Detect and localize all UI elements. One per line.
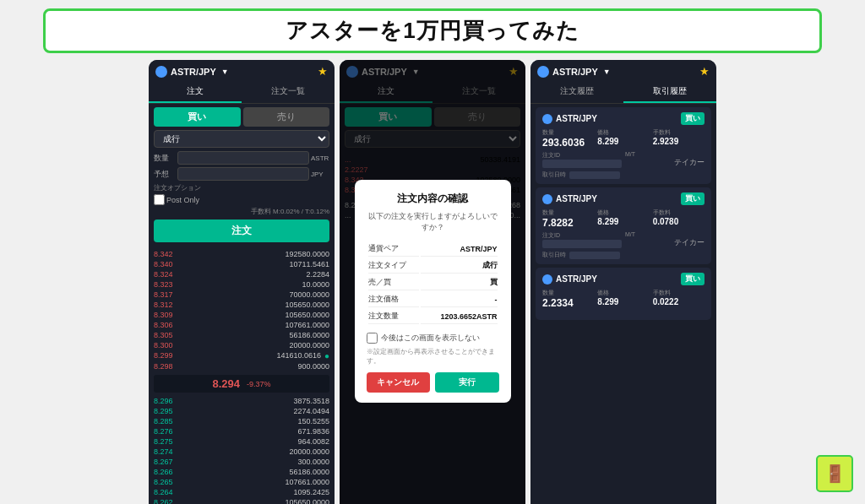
star-icon[interactable]: ★: [699, 65, 710, 78]
modal-overlay: 注文内容の確認 以下の注文を実行しますがよろしいですか？ 通貨ペア ASTR/J…: [340, 60, 525, 504]
table-row: 注文数量 1203.6652ASTR: [368, 309, 498, 324]
panel1-header: ASTR/JPY ▼ ★: [149, 60, 335, 81]
row-value: 成行: [421, 258, 497, 274]
tab-order-list[interactable]: 注文一覧: [242, 81, 335, 103]
order-submit-button[interactable]: 注文: [154, 219, 329, 242]
hcard1-ids: 注文ID M/T テイカー: [542, 151, 705, 168]
bid-price-list: 8.2963875.3518 8.2952274.0494 8.285150.5…: [149, 394, 335, 504]
trade-card-1: ASTR/JPY 買い 数量 293.6036 価格 8.299 手数料 2.9…: [536, 107, 711, 184]
hcard2-qty-field: 数量 7.8282: [542, 209, 594, 229]
list-item: 8.26656186.0000: [154, 467, 329, 477]
confirm-modal: 注文内容の確認 以下の注文を実行しますがよろしいですか？ 通貨ペア ASTR/J…: [355, 180, 511, 403]
list-item: 8.276671.9836: [154, 426, 329, 436]
panel-order-confirm: ASTR/JPY ▼ ★ 注文 注文一覧 買い 売り 成行 .: [340, 60, 525, 504]
row-label: 注文価格: [368, 292, 420, 307]
hcard2-ids: 注文ID M/T テイカー: [542, 231, 705, 248]
list-item: 8.2963875.3518: [154, 396, 329, 406]
logo-badge: 🚪: [816, 455, 853, 492]
hcard1-qty-field: 数量 293.6036: [542, 128, 594, 149]
buy-button[interactable]: 買い: [154, 107, 241, 127]
row-label: 注文数量: [368, 309, 420, 324]
list-item: 8.309105650.0000: [154, 310, 329, 320]
reserve-input-row: 予想 JPY: [154, 167, 329, 181]
order-option-label: 注文オプション: [154, 183, 329, 192]
row-label: 売／買: [368, 275, 420, 290]
list-item: 8.30020000.0000: [154, 340, 329, 350]
panel3-title: ASTR/JPY: [552, 67, 598, 77]
list-item: 8.342192580.0000: [154, 249, 329, 259]
hcard1-data: 数量 293.6036 価格 8.299 手数料 2.9239: [542, 128, 705, 149]
logo-icon: 🚪: [824, 463, 846, 484]
modal-cancel-button[interactable]: キャンセル: [367, 372, 431, 393]
modal-table: 通貨ペア ASTR/JPY 注文タイプ 成行 売／買 買: [367, 240, 499, 326]
modal-btn-row: キャンセル 実行: [367, 372, 499, 393]
tab-order-history[interactable]: 注文履歴: [530, 81, 623, 103]
hcard1-header: ASTR/JPY 買い: [542, 112, 705, 125]
sell-button[interactable]: 売り: [243, 107, 330, 127]
list-item: 8.31770000.0000: [154, 290, 329, 300]
reserve-input[interactable]: [177, 167, 309, 181]
hcard2-pair: ASTR/JPY: [556, 194, 677, 203]
row-value: -: [421, 292, 497, 307]
table-row: 通貨ペア ASTR/JPY: [368, 241, 498, 257]
hcard2-order-id: 注文ID: [542, 231, 622, 248]
post-only-row: Post Only: [154, 194, 329, 205]
globe-icon: [537, 66, 549, 78]
hcard2-mt: M/T テイカー: [625, 231, 705, 248]
globe-icon: [155, 66, 167, 78]
hcard2-header: ASTR/JPY 買い: [542, 192, 705, 205]
qty-unit-label: ASTR: [311, 154, 329, 162]
list-item: 8.2641095.2425: [154, 487, 329, 497]
modal-title: 注文内容の確認: [367, 192, 499, 206]
hcard3-qty-field: 数量 2.2334: [542, 289, 594, 309]
hcard3-fee-field: 手数料 0.0222: [653, 289, 705, 309]
dont-show-checkbox-row: 今後はこの画面を表示しない: [367, 333, 499, 344]
list-item: 8.34010711.5461: [154, 259, 329, 269]
hcard1-order-id: 注文ID: [542, 151, 622, 168]
row-label: 通貨ペア: [368, 241, 420, 257]
globe-icon: [542, 194, 552, 204]
hcard2-side-badge: 買い: [681, 192, 705, 205]
list-item: 8.32310.0000: [154, 279, 329, 290]
list-item: 8.30556186.0000: [154, 330, 329, 340]
post-only-checkbox[interactable]: [154, 194, 165, 205]
globe-icon: [542, 114, 552, 124]
list-item: 8.2952274.0494: [154, 406, 329, 416]
list-item: 8.265107661.0000: [154, 477, 329, 487]
panels-row: ASTR/JPY ▼ ★ 注文 注文一覧 買い 売り 成行 数量: [0, 60, 865, 504]
price-change: -9.37%: [247, 380, 271, 388]
hcard3-data: 数量 2.2334 価格 8.299 手数料 0.0222: [542, 289, 705, 309]
hcard2-price-field: 価格 8.299: [597, 209, 649, 229]
order-type-select[interactable]: 成行: [154, 130, 329, 148]
chevron-down-icon[interactable]: ▼: [603, 68, 611, 76]
panel-trade-history: ASTR/JPY ▼ ★ 注文履歴 取引履歴 ASTR/JPY 買い 数量: [530, 60, 716, 504]
hcard3-header: ASTR/JPY 買い: [542, 273, 705, 285]
list-item: 8.306107661.0000: [154, 320, 329, 330]
modal-note: ※設定画面から再表示させることができます。: [367, 347, 499, 366]
quantity-input[interactable]: [177, 151, 309, 165]
hcard3-price-field: 価格 8.299: [597, 289, 649, 309]
trade-card-3: ASTR/JPY 買い 数量 2.2334 価格 8.299 手数料 0.022…: [536, 268, 711, 320]
hcard2-data: 数量 7.8282 価格 8.299 手数料 0.0780: [542, 209, 705, 229]
star-icon[interactable]: ★: [318, 65, 328, 78]
hcard1-pair: ASTR/JPY: [556, 114, 677, 123]
panel1-title: ASTR/JPY: [171, 67, 216, 77]
modal-exec-button[interactable]: 実行: [435, 372, 499, 393]
panel1-tabs: 注文 注文一覧: [149, 81, 335, 104]
dont-show-checkbox[interactable]: [367, 333, 378, 344]
list-item: 8.267300.0000: [154, 457, 329, 467]
hcard2-date-row: 取引日時: [542, 251, 705, 259]
trade-card-2: ASTR/JPY 買い 数量 7.8282 価格 8.299 手数料 0.078…: [536, 187, 711, 264]
ask-price-list: 8.342192580.0000 8.34010711.5461 8.3242.…: [149, 247, 335, 373]
list-item: 8.312105650.0000: [154, 300, 329, 310]
modal-subtitle: 以下の注文を実行しますがよろしいですか？: [367, 211, 499, 233]
panel3-tabs: 注文履歴 取引履歴: [530, 81, 716, 104]
tab-order[interactable]: 注文: [149, 81, 242, 103]
page-wrapper: アスターを1万円買ってみた ASTR/JPY ▼ ★ 注文 注文一覧 買い 売り: [0, 0, 865, 504]
tab-trade-history[interactable]: 取引履歴: [623, 81, 716, 103]
chevron-down-icon[interactable]: ▼: [221, 68, 229, 76]
buy-sell-toggle: 買い 売り: [154, 107, 329, 127]
hcard1-fee-field: 手数料 2.9239: [653, 128, 705, 149]
hcard3-side-badge: 買い: [681, 273, 705, 285]
row-label: 注文タイプ: [368, 258, 420, 274]
